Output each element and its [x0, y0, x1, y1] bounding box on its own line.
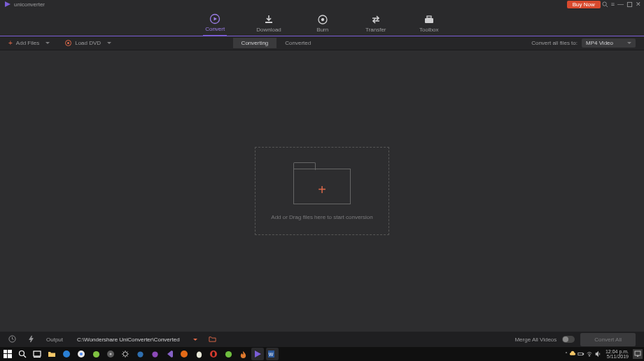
svg-point-1 [603, 1, 606, 5]
menu-icon[interactable]: ≡ [611, 1, 615, 8]
firefox-icon [180, 350, 188, 358]
tab-label: Convert [205, 26, 225, 32]
taskbar-settings[interactable] [119, 348, 132, 360]
svg-marker-5 [214, 17, 218, 21]
output-path[interactable]: C:\Wondershare UniConverter\Converted [77, 337, 182, 343]
clock-icon[interactable] [8, 335, 16, 344]
gear-icon [121, 350, 130, 358]
disc-icon [65, 40, 71, 46]
taskbar-app-1[interactable] [90, 348, 102, 360]
segment-converted[interactable]: Converted [276, 38, 319, 48]
output-format-select[interactable]: MP4 Video [582, 38, 636, 48]
svg-marker-30 [167, 351, 173, 358]
taskbar-word[interactable]: W [266, 348, 279, 360]
svg-rect-6 [265, 22, 272, 23]
svg-point-34 [212, 352, 215, 357]
add-files-label: Add Files [16, 40, 39, 46]
open-folder-button[interactable] [209, 335, 216, 344]
taskbar-vs[interactable] [163, 348, 176, 360]
svg-rect-3 [627, 2, 631, 6]
chat-icon [92, 351, 100, 358]
taskview-icon [33, 350, 41, 358]
taskbar-app-6[interactable] [222, 348, 234, 360]
tray-onedrive-icon[interactable] [569, 351, 576, 358]
output-label: Output [46, 337, 63, 343]
download-icon [263, 14, 274, 25]
folder-icon: + [293, 162, 351, 204]
minimize-button[interactable]: — [617, 1, 624, 8]
convert-icon [209, 13, 220, 24]
chevron-down-icon[interactable] [193, 339, 197, 341]
tab-label: Burn [316, 27, 328, 33]
search-icon [18, 350, 27, 358]
taskbar-taskview[interactable] [31, 348, 43, 360]
tab-burn[interactable]: Burn [311, 14, 335, 36]
circle-icon [225, 351, 232, 358]
taskbar-app-2[interactable] [104, 348, 117, 360]
svg-rect-19 [34, 351, 41, 356]
merge-toggle[interactable] [562, 336, 575, 343]
tray-battery-icon[interactable] [578, 351, 584, 358]
tray-date: 5/11/2019 [607, 354, 629, 359]
svg-point-28 [137, 351, 143, 357]
maximize-button[interactable] [626, 1, 633, 8]
tray-clock[interactable]: 12:04 p.m. 5/11/2019 [606, 349, 629, 359]
taskbar-start[interactable] [1, 348, 14, 360]
folder-icon [48, 350, 56, 358]
load-dvd-button[interactable]: Load DVD [65, 40, 111, 46]
svg-point-29 [152, 351, 158, 357]
taskbar-app-5[interactable] [192, 348, 205, 360]
svg-rect-13 [4, 350, 7, 353]
svg-rect-14 [8, 350, 12, 353]
tab-transfer[interactable]: Transfer [364, 14, 388, 36]
search-icon[interactable] [602, 1, 608, 8]
taskbar-uniconverter[interactable] [251, 348, 264, 360]
taskbar-app-7[interactable] [237, 348, 249, 360]
taskbar-chrome[interactable] [75, 348, 88, 360]
bolt-icon[interactable] [27, 335, 35, 344]
play-triangle-icon [253, 350, 262, 358]
plus-icon: + [8, 40, 13, 47]
chevron-down-icon [46, 42, 50, 44]
dot-icon [136, 351, 144, 358]
svg-rect-16 [8, 354, 12, 358]
svg-rect-10 [427, 16, 431, 18]
svg-point-41 [589, 355, 589, 356]
taskbar-firefox[interactable] [178, 348, 190, 360]
svg-point-35 [225, 351, 231, 357]
tray-time: 12:04 p.m. [606, 349, 629, 354]
buy-now-button[interactable]: Buy Now [567, 1, 601, 8]
taskbar-search[interactable] [16, 348, 29, 360]
taskbar-app-3[interactable] [134, 348, 146, 360]
tray-chevron-up-icon[interactable]: ˄ [565, 351, 568, 358]
segment-converting[interactable]: Converting [233, 38, 277, 48]
taskbar-edge[interactable] [60, 348, 73, 360]
tab-download[interactable]: Download [256, 14, 281, 36]
tray-wifi-icon[interactable] [586, 351, 593, 358]
tray-notification-button[interactable] [633, 349, 643, 359]
burn-icon [317, 14, 328, 25]
svg-line-2 [606, 5, 608, 6]
close-button[interactable]: ✕ [636, 1, 641, 8]
taskbar-opera[interactable] [207, 348, 220, 360]
svg-line-18 [24, 355, 26, 358]
chevron-down-icon [627, 42, 631, 44]
svg-marker-0 [5, 1, 10, 7]
convert-all-button[interactable]: Convert All [580, 333, 636, 346]
flame-icon [239, 351, 247, 358]
notification-icon [634, 351, 641, 358]
load-dvd-label: Load DVD [75, 40, 101, 46]
tab-toolbox[interactable]: Toolbox [417, 14, 441, 36]
opera-icon [209, 350, 218, 358]
svg-rect-9 [425, 18, 433, 23]
plus-icon: + [318, 182, 326, 198]
tray-volume-icon[interactable] [594, 351, 601, 358]
taskbar-explorer[interactable] [46, 348, 58, 360]
svg-point-8 [321, 19, 323, 21]
add-files-button[interactable]: + Add Files [8, 40, 50, 47]
edge-icon [62, 350, 71, 358]
taskbar-app-4[interactable] [148, 348, 161, 360]
svg-text:W: W [268, 352, 273, 357]
tab-convert[interactable]: Convert [203, 13, 227, 36]
drop-zone[interactable]: + Add or Drag files here to start conver… [255, 147, 389, 235]
